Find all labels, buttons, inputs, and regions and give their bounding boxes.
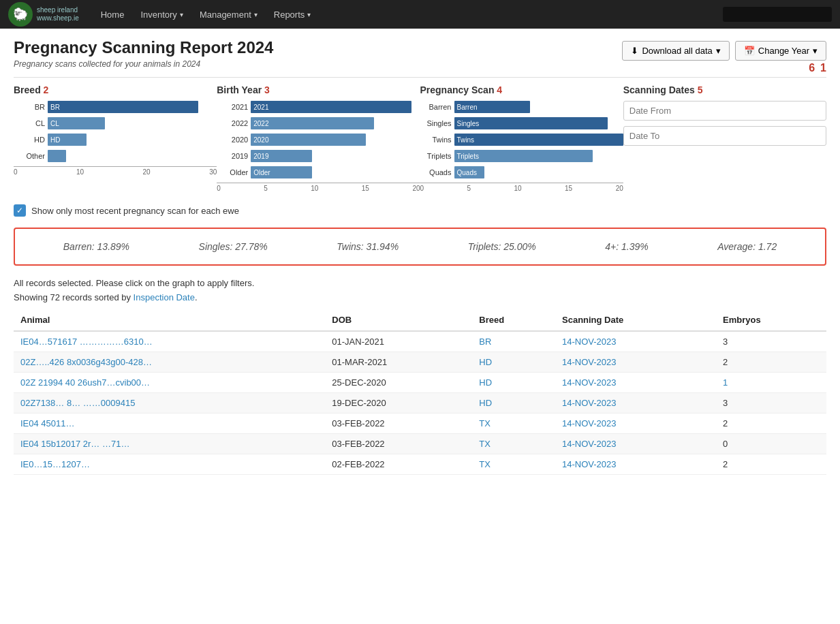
stat-twins: Twins: 31.94% [337,241,399,252]
navbar: 🐑 sheep irelandwww.sheep.ie Home Invento… [0,0,840,29]
date-from-input[interactable] [623,101,826,121]
breed-filter-title: Breed 2 [14,84,217,95]
table-info: All records selected. Please click on th… [14,277,826,305]
nav-reports[interactable]: Reports ▾ [266,0,320,29]
download-badge: 6 [809,62,815,74]
stats-box: Barren: 13.89% Singles: 27.78% Twins: 31… [14,228,826,266]
change-year-badge: 1 [820,62,826,74]
table-row: 02Z 21994 40 26ush7…cvib00…25-DEC-2020HD… [14,372,826,392]
bar-row[interactable]: Triplets Triplets [420,150,623,162]
nav-management[interactable]: Management ▾ [191,0,266,29]
data-table: Animal DOB Breed Scanning Date Embryos I… [14,309,826,475]
header-actions-area: ⬇ Download all data ▾ 📅 Change Year ▾ 6 … [622,38,826,74]
inspection-date-link[interactable]: Inspection Date [134,292,195,302]
header-buttons: ⬇ Download all data ▾ 📅 Change Year ▾ [622,41,826,61]
download-badge-wrap: 6 [809,62,815,74]
download-all-data-button[interactable]: ⬇ Download all data ▾ [622,41,729,61]
cell-scanning-date: 14-NOV-2023 [555,392,716,413]
bar-row[interactable]: BR BR [14,101,217,113]
animal-link[interactable]: IE04 15b12017 2r… …71… [20,439,129,449]
cell-dob: 03-FEB-2022 [325,433,472,454]
bar-row[interactable]: CL CL [14,117,217,129]
animal-link[interactable]: IE0…15…1207… [20,459,90,469]
col-header-embryos: Embryos [716,309,826,331]
page-title-area: Pregnancy Scanning Report 2024 Pregnancy… [14,38,273,69]
change-year-button[interactable]: 📅 Change Year ▾ [735,41,826,61]
cell-dob: 01-JAN-2021 [325,331,472,352]
stat-singles: Singles: 27.78% [199,241,268,252]
birth-year-filter: Birth Year 3 2021 2021 2022 2022 2020 20… [217,84,420,192]
cell-dob: 25-DEC-2020 [325,372,472,392]
cell-breed: BR [472,331,555,352]
table-section: All records selected. Please click on th… [0,277,840,475]
cell-scanning-date: 14-NOV-2023 [555,352,716,372]
bar-row[interactable]: 2020 2020 [217,134,420,146]
table-info-line2: Showing 72 records sorted by Inspection … [14,291,826,305]
bar-row[interactable]: Older Older [217,166,420,178]
download-icon: ⬇ [631,46,638,56]
stat-triplets: Triplets: 25.00% [468,241,536,252]
chevron-down-icon: ▾ [716,46,721,56]
col-header-animal: Animal [14,309,325,331]
animal-link[interactable]: IE04…571617 ……………6310… [20,337,153,347]
bar-row[interactable]: Other [14,150,217,162]
table-info-line1: All records selected. Please click on th… [14,277,826,291]
cell-dob: 01-MAR-2021 [325,352,472,372]
nav-inventory[interactable]: Inventory ▾ [132,0,191,29]
stat-average: Average: 1.72 [717,241,777,252]
breed-chart[interactable]: BR BR CL CL HD HD Other 0102030 [14,101,217,176]
page-title: Pregnancy Scanning Report 2024 [14,38,273,57]
table-row: IE04…571617 ……………6310…01-JAN-2021BR14-NO… [14,331,826,352]
scanning-dates-filter-title: Scanning Dates 5 [623,84,826,95]
col-header-scanning-date: Scanning Date [555,309,716,331]
search-input[interactable] [723,7,832,22]
logo-text: sheep irelandwww.sheep.ie [37,6,79,22]
cell-scanning-date: 14-NOV-2023 [555,454,716,474]
birth-year-chart-axis: 05101520 [217,183,420,192]
table-row: 02Z7138… 8… ……000941519-DEC-2020HD14-NOV… [14,392,826,413]
chevron-down-icon: ▾ [813,46,818,56]
birth-year-chart[interactable]: 2021 2021 2022 2022 2020 2020 2019 2019 … [217,101,420,192]
pregnancy-scan-chart-axis: 05101520 [420,183,623,192]
stat-four-plus: 4+: 1.39% [605,241,648,252]
chevron-down-icon: ▾ [307,11,311,18]
show-recent-scan-checkbox[interactable] [14,204,26,217]
bar-row[interactable]: Singles Singles [420,117,623,129]
pregnancy-scan-filter: Pregnancy Scan 4 Barren Barren Singles S… [420,84,623,192]
cell-dob: 02-FEB-2022 [325,454,472,474]
cell-breed: TX [472,433,555,454]
cell-embryos: 2 [716,454,826,474]
date-to-input[interactable] [623,126,826,146]
bar-row[interactable]: 2022 2022 [217,117,420,129]
table-row: IE04 15b12017 2r… …71…03-FEB-2022TX14-NO… [14,433,826,454]
table-row: IE04 45011…03-FEB-2022TX14-NOV-20232 [14,413,826,433]
cell-breed: TX [472,454,555,474]
animal-link[interactable]: 02Z 21994 40 26ush7…cvib00… [20,377,150,388]
animal-link[interactable]: 02Z…..426 8x0036g43g00-428… [20,357,152,367]
bar-row[interactable]: Barren Barren [420,101,623,113]
pregnancy-scan-chart[interactable]: Barren Barren Singles Singles Twins Twin… [420,101,623,192]
bar-row[interactable]: 2021 2021 [217,101,420,113]
page-header: Pregnancy Scanning Report 2024 Pregnancy… [0,29,840,77]
cell-embryos: 0 [716,433,826,454]
change-year-badge-wrap: 1 [820,62,826,74]
cell-embryos: 2 [716,413,826,433]
cell-breed: TX [472,413,555,433]
animal-link[interactable]: 02Z7138… 8… ……0009415 [20,398,135,408]
animal-link[interactable]: IE04 45011… [20,418,75,428]
bar-row[interactable]: Twins Twins [420,134,623,146]
logo: 🐑 sheep irelandwww.sheep.ie [8,2,79,27]
cell-breed: HD [472,352,555,372]
nav-home[interactable]: Home [93,0,133,29]
calendar-icon: 📅 [744,46,755,56]
page-subtitle: Pregnancy scans collected for your anima… [14,59,273,69]
cell-dob: 03-FEB-2022 [325,413,472,433]
filters-section: Breed 2 BR BR CL CL HD HD Other 0102030 [0,78,840,199]
scanning-dates-filter: Scanning Dates 5 [623,84,826,151]
bar-row[interactable]: Quads Quads [420,166,623,178]
bar-row[interactable]: 2019 2019 [217,150,420,162]
bar-row[interactable]: HD HD [14,134,217,146]
col-header-breed: Breed [472,309,555,331]
cell-embryos: 2 [716,352,826,372]
col-header-dob: DOB [325,309,472,331]
